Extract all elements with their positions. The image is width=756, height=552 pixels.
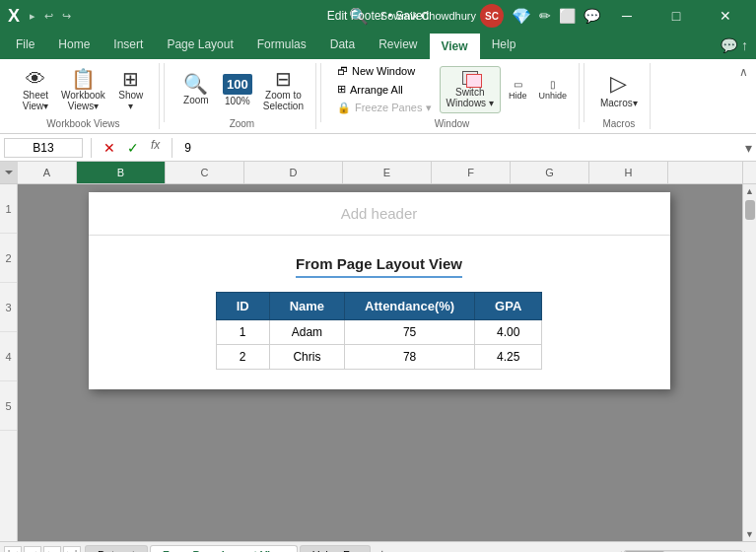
- freeze-panes-icon: 🔒: [337, 102, 351, 114]
- col-header-A[interactable]: A: [18, 162, 77, 183]
- add-header-text: Add header: [341, 205, 418, 222]
- cancel-formula-icon[interactable]: ✕: [100, 138, 119, 158]
- unhide-button[interactable]: ▯ Unhide: [534, 77, 571, 103]
- maximize-button[interactable]: □: [653, 0, 699, 32]
- vertical-scrollbar[interactable]: ▲ ▼: [742, 184, 756, 541]
- close-button[interactable]: ✕: [703, 0, 748, 32]
- scroll-down-button[interactable]: ▼: [743, 527, 756, 541]
- page-content-area: Add header From Page Layout View ID Name: [18, 184, 756, 541]
- show-button[interactable]: ⊞ Show▾: [111, 67, 151, 113]
- macros-group: ▷ Macros▾ Macros: [588, 63, 651, 129]
- tab-view[interactable]: View: [430, 32, 480, 59]
- tab-insert[interactable]: Insert: [102, 32, 155, 59]
- table-header-name: Name: [269, 293, 344, 320]
- cell-1-name[interactable]: Adam: [269, 320, 344, 345]
- new-window-icon: 🗗: [337, 65, 348, 77]
- share-icon[interactable]: ⬜: [559, 8, 576, 24]
- ribbon-content: 👁 SheetView▾ 📋 WorkbookViews▾ ⊞ Show▾ Wo…: [0, 59, 756, 133]
- comments-icon[interactable]: 💬: [721, 37, 737, 53]
- insert-function-icon[interactable]: fx: [147, 138, 164, 158]
- minimize-button[interactable]: ─: [604, 0, 650, 32]
- zoom-to-selection-icon: ⊟: [275, 69, 292, 89]
- tab-nav-prev[interactable]: ◀: [24, 546, 41, 553]
- macros-button[interactable]: ▷ Macros▾: [596, 69, 642, 110]
- workbook-views-button[interactable]: 📋 WorkbookViews▾: [57, 67, 109, 113]
- user-avatar: SC: [480, 4, 504, 28]
- zoom-group-items: 🔍 Zoom 100 100% ⊟ Zoom toSelection: [176, 63, 308, 116]
- col-header-D[interactable]: D: [244, 162, 343, 183]
- add-header-zone[interactable]: Add header: [89, 192, 670, 236]
- table-row-2: 2 Chris 78 4.25: [216, 345, 542, 370]
- cell-2-name[interactable]: Chris: [269, 345, 344, 370]
- window-top-btns: 🗗 New Window ⊞ Arrange All 🔒 Freeze Pane…: [333, 63, 436, 116]
- cell-2-attendance[interactable]: 78: [345, 345, 475, 370]
- sheet-tab-dataset[interactable]: Dataset: [85, 545, 148, 552]
- row-num-2: 2: [0, 234, 17, 283]
- expand-formula-button[interactable]: ▾: [745, 140, 752, 156]
- comment-icon[interactable]: 💬: [584, 8, 600, 24]
- zoom-100-button[interactable]: 100 100%: [218, 72, 257, 108]
- freeze-panes-button[interactable]: 🔒 Freeze Panes ▾: [333, 100, 436, 116]
- select-all-button[interactable]: [0, 162, 18, 183]
- macros-label: Macros▾: [600, 98, 638, 108]
- arrange-all-button[interactable]: ⊞ Arrange All: [333, 81, 436, 98]
- collapse-ribbon-button[interactable]: ∧: [739, 65, 748, 79]
- zoom-100-icon: 100: [223, 74, 252, 95]
- add-sheet-button[interactable]: +: [373, 545, 392, 553]
- cell-1-gpa[interactable]: 4.00: [475, 320, 542, 345]
- tab-help[interactable]: Help: [480, 32, 528, 59]
- tab-home[interactable]: Home: [46, 32, 102, 59]
- confirm-formula-icon[interactable]: ✓: [123, 138, 143, 158]
- cell-1-attendance[interactable]: 75: [345, 320, 475, 345]
- tab-review[interactable]: Review: [367, 32, 429, 59]
- corner-cell: [0, 162, 18, 184]
- col-header-B[interactable]: B: [77, 162, 166, 183]
- tab-file[interactable]: File: [4, 32, 46, 59]
- zoom-button[interactable]: 🔍 Zoom: [176, 72, 216, 107]
- col-header-C[interactable]: C: [166, 162, 244, 183]
- separator-1: [164, 63, 165, 122]
- tab-data[interactable]: Data: [318, 32, 367, 59]
- share-ribbon-icon[interactable]: ↑: [741, 37, 748, 53]
- row-num-1: 1: [0, 184, 17, 234]
- table-header-row: ID Name Attendance(%) GPA: [216, 293, 542, 320]
- cell-reference-input[interactable]: B13: [4, 138, 83, 158]
- sheet-tab-pagelayout[interactable]: From Page Layout View: [150, 545, 298, 553]
- new-window-button[interactable]: 🗗 New Window: [333, 63, 436, 79]
- cell-2-gpa[interactable]: 4.25: [475, 345, 542, 370]
- col-header-E[interactable]: E: [343, 162, 432, 183]
- tab-nav-first[interactable]: |◀: [4, 546, 22, 553]
- switch-windows-button[interactable]: SwitchWindows ▾: [440, 66, 501, 113]
- formula-input[interactable]: 9: [180, 139, 741, 157]
- zoom-to-selection-button[interactable]: ⊟ Zoom toSelection: [259, 67, 308, 113]
- title-bar: X ▸ ↩ ↪ Edit Footer • Saved 🔍 Sowmik Cho…: [0, 0, 756, 32]
- sheet-tab-using[interactable]: Using F...: [300, 545, 371, 552]
- hide-label: Hide: [509, 91, 527, 101]
- table-row-1: 1 Adam 75 4.00: [216, 320, 542, 345]
- cell-2-id[interactable]: 2: [216, 345, 269, 370]
- col-header-G[interactable]: G: [511, 162, 589, 183]
- col-header-H[interactable]: H: [589, 162, 668, 183]
- tab-formulas[interactable]: Formulas: [245, 32, 318, 59]
- switch-windows-icon-container: [462, 71, 478, 85]
- left-panel: 1 2 3 4 5: [0, 184, 18, 541]
- show-label: Show▾: [118, 90, 143, 111]
- tab-pagelayout[interactable]: Page Layout: [155, 32, 244, 59]
- diamond-icon[interactable]: 💎: [512, 7, 531, 26]
- scroll-up-button[interactable]: ▲: [743, 184, 756, 198]
- col-header-F[interactable]: F: [432, 162, 511, 183]
- scroll-thumb[interactable]: [745, 200, 755, 220]
- new-window-label: New Window: [352, 65, 415, 77]
- sheet-view-button[interactable]: 👁 SheetView▾: [16, 67, 55, 113]
- edit-icon[interactable]: ✏: [539, 8, 551, 24]
- tab-nav-next[interactable]: ▶: [43, 546, 61, 553]
- macros-group-label: Macros: [602, 118, 635, 129]
- hide-button[interactable]: ▭ Hide: [505, 77, 531, 103]
- formula-bar-separator: [91, 138, 92, 158]
- formula-bar-icons: ✕ ✓ fx: [100, 138, 164, 158]
- cell-1-id[interactable]: 1: [216, 320, 269, 345]
- column-ruler: A B C D E F G H: [18, 162, 742, 184]
- scrollbar-column: [742, 162, 756, 184]
- tab-nav-last[interactable]: ▶|: [63, 546, 81, 553]
- ribbon: File Home Insert Page Layout Formulas Da…: [0, 32, 756, 134]
